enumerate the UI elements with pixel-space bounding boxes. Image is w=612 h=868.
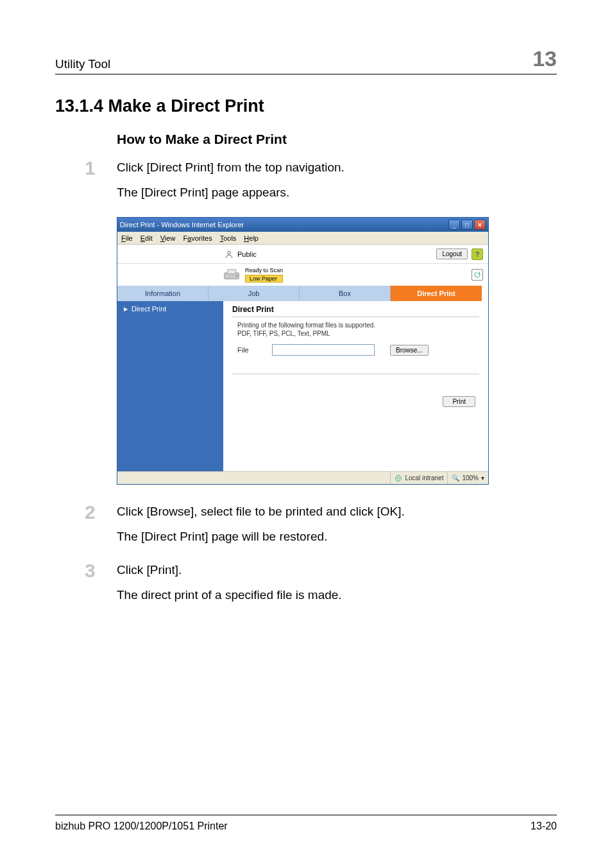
chapter-number: 13 [532,46,557,71]
menu-tools[interactable]: Tools [220,234,237,242]
close-button[interactable]: × [474,220,486,230]
intranet-icon [395,474,402,482]
status-ready: Ready to Scan [245,267,283,273]
content-title: Direct Print [232,305,479,314]
status-low-paper: Low Paper [245,275,283,282]
menu-file[interactable]: File [121,234,133,242]
step-3-line-2: The direct print of a specified file is … [117,586,557,605]
svg-point-3 [236,275,237,276]
tab-direct-print[interactable]: Direct Print [391,286,482,301]
menu-help[interactable]: Help [244,234,259,242]
printer-icon [223,268,240,281]
tab-job[interactable]: Job [208,286,300,301]
breadcrumb: Utility Tool [55,57,110,71]
content-desc-1: Printing of the following format files i… [232,321,479,329]
zoom-value: 100% [462,474,479,482]
step-number-3: 3 [85,561,117,580]
zoom-dropdown[interactable]: ▾ [481,474,484,482]
step-2-line-2: The [Direct Print] page will be restored… [117,528,557,546]
section-title: 13.1.4 Make a Direct Print [55,96,557,116]
file-path-input[interactable] [272,344,375,356]
step-number-1: 1 [85,159,117,178]
menu-view[interactable]: View [160,234,176,242]
svg-rect-2 [228,270,236,274]
help-button[interactable]: ? [472,248,483,260]
tab-box[interactable]: Box [300,286,391,301]
content-desc-2: PDF, TIFF, PS, PCL, Text, PPML [232,329,479,338]
refresh-button[interactable] [472,269,483,281]
menu-favorites[interactable]: Favorites [183,234,212,242]
logout-button[interactable]: Logout [436,248,468,259]
file-label: File [237,346,257,354]
zoom-indicator[interactable]: 🔍 [452,474,459,482]
step-2-line-1: Click [Browse], select file to be printe… [117,503,557,521]
window-title: Direct Print - Windows Internet Explorer [120,221,244,229]
minimize-button[interactable]: _ [448,220,460,230]
ie-statusbar: Local intranet 🔍 100% ▾ [117,471,488,484]
ie-window: Direct Print - Windows Internet Explorer… [117,217,489,485]
user-label: Public [237,250,257,258]
subsection-title: How to Make a Direct Print [117,132,557,147]
step-number-2: 2 [85,503,117,522]
print-button[interactable]: Print [443,396,475,407]
maximize-button[interactable]: □ [461,220,473,230]
sidebar-item-direct-print[interactable]: Direct Print [117,301,223,317]
menu-edit[interactable]: Edit [140,234,153,242]
status-zone-label: Local intranet [405,474,443,482]
svg-point-0 [228,251,231,254]
user-icon [225,250,234,259]
step-3-line-1: Click [Print]. [117,561,557,580]
footer-model: bizhub PRO 1200/1200P/1051 Printer [55,820,228,832]
footer-page-number: 13-20 [531,820,557,832]
browse-button[interactable]: Browse... [390,345,429,356]
menu-bar: File Edit View Favorites Tools Help [117,232,488,245]
sidebar: Direct Print [117,301,223,471]
step-1-line-1: Click [Direct Print] from the top naviga… [117,159,557,177]
step-1-line-2: The [Direct Print] page appears. [117,184,557,202]
window-titlebar: Direct Print - Windows Internet Explorer… [117,218,488,232]
tab-information[interactable]: Information [117,286,208,301]
refresh-icon [473,271,481,279]
